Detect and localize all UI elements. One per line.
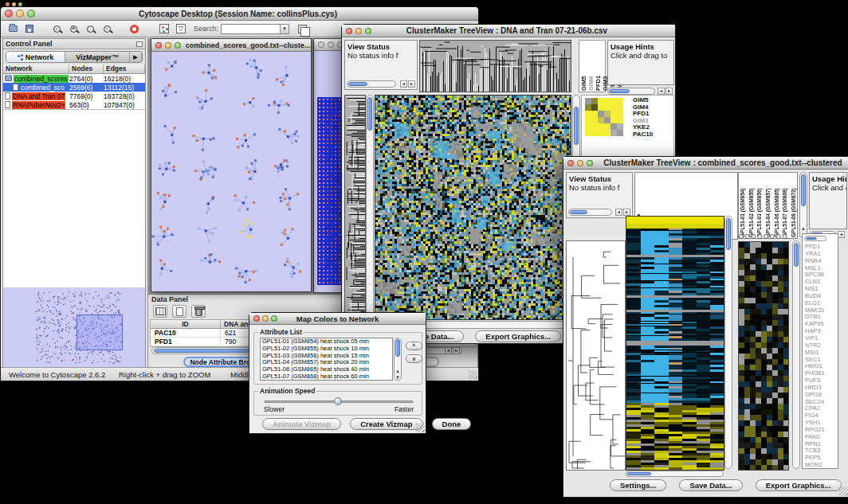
- close-icon[interactable]: [253, 315, 260, 322]
- resize-grip[interactable]: [839, 487, 848, 496]
- tv1-left-vscrollbar[interactable]: [366, 95, 374, 318]
- close-icon[interactable]: [346, 28, 352, 34]
- column-id[interactable]: ID: [151, 320, 221, 328]
- tv1-mini-heatmap[interactable]: [585, 98, 623, 136]
- scroll-right-icon[interactable]: ▸: [408, 80, 415, 88]
- table-row[interactable]: DNA and Tran 07 7769(0) 183728(0): [3, 92, 145, 100]
- treeview2-titlebar[interactable]: ClusterMaker TreeView : combined_scores_…: [563, 157, 848, 170]
- table-row[interactable]: RNAPuberNov2+ 563(0) 107847(0): [3, 100, 145, 109]
- tv2-mini-heatmap[interactable]: [738, 241, 789, 471]
- scrollbar-thumb[interactable]: [348, 82, 367, 86]
- column-label[interactable]: GPL51-06 (GSM865): [774, 174, 779, 237]
- scroll-right-icon[interactable]: ▸: [623, 209, 630, 216]
- zoom-icon[interactable]: [175, 42, 181, 49]
- column-network[interactable]: Network: [3, 64, 69, 73]
- annotation-button[interactable]: [295, 22, 309, 35]
- scroll-down-icon[interactable]: ▼: [395, 375, 400, 380]
- scrollbar-thumb[interactable]: [726, 218, 731, 250]
- minimize-icon[interactable]: [577, 160, 583, 166]
- scroll-right-icon[interactable]: ▸: [453, 347, 460, 354]
- view-status-hscrollbar[interactable]: [568, 209, 612, 216]
- minimize-icon[interactable]: [16, 10, 24, 18]
- zoom-icon[interactable]: [587, 160, 593, 166]
- minimize-icon[interactable]: [355, 28, 362, 34]
- treeview-action-button[interactable]: Export Graphics...: [475, 330, 561, 342]
- vizmapper-button[interactable]: [157, 22, 171, 35]
- tv2-main-heatmap[interactable]: [626, 216, 724, 471]
- tv2-row-dendrogram[interactable]: [566, 240, 626, 471]
- minimize-icon[interactable]: [328, 41, 334, 48]
- zoom-selected-button[interactable]: [83, 22, 97, 35]
- list-item[interactable]: GPL51-03 (GSM856) heat shock 15 min: [262, 353, 392, 360]
- help-button[interactable]: [127, 22, 141, 35]
- gene-panel-hscrollbar[interactable]: [804, 236, 826, 241]
- close-icon[interactable]: [155, 42, 162, 49]
- attribute-select-button[interactable]: [153, 305, 167, 318]
- tv2-hscrollbar[interactable]: [626, 471, 724, 477]
- column-nodes[interactable]: Nodes: [69, 64, 104, 73]
- table-row[interactable]: combined_scores 2764(0) 16218(0): [3, 74, 145, 83]
- scroll-up-icon[interactable]: ▲: [395, 369, 400, 373]
- tab-network[interactable]: Network: [6, 52, 65, 62]
- scroll-up-icon[interactable]: ▲: [801, 226, 806, 231]
- treeview-action-button[interactable]: Save Data...: [679, 479, 742, 491]
- close-icon[interactable]: [567, 160, 574, 166]
- list-item[interactable]: GPL51-07 (GSM868) heat shock 60 min: [262, 373, 392, 381]
- network-canvas[interactable]: [151, 52, 311, 291]
- column-label[interactable]: GPL51-08 (GSM872): [791, 174, 796, 237]
- scroll-right-icon[interactable]: ▸: [665, 88, 673, 95]
- scrollbar-thumb[interactable]: [794, 243, 799, 267]
- usage-hints-hscrollbar[interactable]: [607, 88, 655, 95]
- zoom-icon[interactable]: [27, 10, 35, 18]
- list-item[interactable]: GPL51-01 (GSM854) heat shock 05 min: [262, 338, 392, 346]
- minimize-icon[interactable]: [262, 315, 269, 322]
- gene-label[interactable]: MON2: [805, 462, 825, 469]
- zoom-out-button[interactable]: -: [49, 22, 64, 35]
- scroll-thumb[interactable]: [806, 237, 817, 240]
- tab-overflow-arrow[interactable]: ▶: [130, 52, 142, 62]
- column-label[interactable]: GPL51-04 (GSM857): [765, 174, 771, 237]
- tv1-col-dendrogram[interactable]: [419, 40, 571, 92]
- delete-attribute-button[interactable]: [191, 305, 206, 318]
- save-button[interactable]: [22, 22, 37, 35]
- column-label[interactable]: GPL51-03 (GSM856): [756, 174, 762, 237]
- scrollbar-thumb[interactable]: [570, 210, 587, 214]
- scrollbar-thumb[interactable]: [609, 89, 630, 93]
- zoom-icon[interactable]: [365, 28, 371, 34]
- treeview-action-button[interactable]: Export Graphics...: [756, 479, 842, 491]
- network-view-window[interactable]: combined_scores_good.txt--cluste...: [151, 38, 312, 292]
- scrollbar-thumb[interactable]: [367, 97, 372, 131]
- column-label[interactable]: GIM5: [580, 41, 587, 91]
- speed-slider-thumb[interactable]: [334, 397, 342, 405]
- zoom-in-button[interactable]: +: [66, 22, 80, 35]
- tv1-main-heatmap[interactable]: [375, 95, 571, 320]
- tv2-mini-vscrollbar[interactable]: [792, 240, 800, 469]
- close-icon[interactable]: [318, 41, 324, 48]
- column-label[interactable]: GPL51-01 (GSM854): [740, 174, 745, 237]
- float-panel-icon[interactable]: [136, 41, 143, 47]
- search-combobox[interactable]: ▼: [221, 24, 289, 34]
- resize-grip[interactable]: [416, 424, 425, 432]
- list-item[interactable]: GPL51-02 (GSM855) heat shock 10 min: [262, 346, 392, 353]
- open-file-button[interactable]: [6, 22, 20, 35]
- animate-vizmap-button[interactable]: Animate Vizmap: [262, 418, 341, 430]
- column-label[interactable]: GPL51-02 (GSM855): [748, 174, 754, 237]
- scroll-left-icon[interactable]: ◂: [615, 209, 622, 216]
- scroll-left-icon[interactable]: ◂: [400, 80, 407, 88]
- main-titlebar[interactable]: Cytoscape Desktop (Session Name: collins…: [1, 7, 478, 21]
- column-label[interactable]: GPL51-07 (GSM868): [782, 174, 787, 237]
- scroll-left-icon[interactable]: ◂: [838, 231, 845, 238]
- table-row-selected[interactable]: combined_sco 2569(6) 13112(15): [3, 83, 145, 92]
- create-vizmap-button[interactable]: Create Vizmap: [350, 418, 422, 430]
- scrollbar-thumb[interactable]: [627, 472, 651, 475]
- tv1-row-dendrogram[interactable]: [344, 95, 366, 320]
- close-icon[interactable]: [5, 10, 13, 18]
- attribute-list-vscrollbar[interactable]: ▲ ▼: [394, 338, 402, 381]
- window-controls[interactable]: [1, 10, 39, 18]
- treeview1-titlebar[interactable]: ClusterMaker TreeView : DNA and Tran 07-…: [342, 25, 675, 37]
- list-item[interactable]: GPL51-04 (GSM857) heat shock 20 min: [262, 359, 392, 366]
- tab-vizmapper[interactable]: VizMapper™: [65, 52, 130, 62]
- network-view-titlebar[interactable]: combined_scores_good.txt--cluste...: [151, 39, 311, 52]
- done-button[interactable]: Done: [432, 418, 472, 430]
- list-item[interactable]: GPL51-06 (GSM865) heat shock 40 min: [262, 366, 392, 373]
